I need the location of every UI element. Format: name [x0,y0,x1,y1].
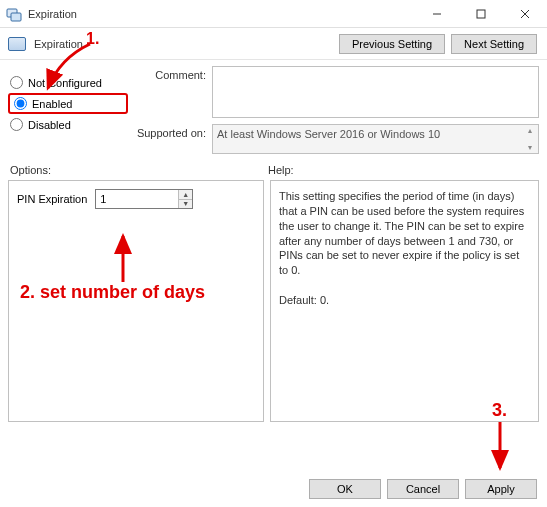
chevron-up-icon[interactable]: ▴ [523,126,537,135]
options-header: Options: [10,164,268,176]
help-panel: This setting specifies the period of tim… [270,180,539,422]
window-title: Expiration [28,8,77,20]
radio-not-configured-input[interactable] [10,76,23,89]
state-radio-group: Not Configured Enabled Disabled [8,66,128,154]
minimize-button[interactable] [415,0,459,28]
spinner-up-icon[interactable]: ▲ [179,190,192,200]
scroll-arrows: ▴ ▾ [523,126,537,152]
ok-button[interactable]: OK [309,479,381,499]
svg-rect-3 [477,10,485,18]
pin-expiration-label: PIN Expiration [17,193,87,205]
maximize-button[interactable] [459,0,503,28]
help-header: Help: [268,164,537,176]
apply-button[interactable]: Apply [465,479,537,499]
comment-label: Comment: [128,66,206,81]
pin-expiration-input[interactable] [96,190,178,208]
policy-header: Expiration Previous Setting Next Setting [0,28,547,60]
help-default: Default: 0. [279,293,530,308]
previous-setting-button[interactable]: Previous Setting [339,34,445,54]
options-panel: PIN Expiration ▲ ▼ [8,180,264,422]
annotation-arrow-3 [480,418,520,474]
radio-enabled[interactable]: Enabled [8,93,128,114]
comment-input[interactable] [212,66,539,118]
title-bar: Expiration [0,0,547,28]
supported-label: Supported on: [128,124,206,139]
spinner-down-icon[interactable]: ▼ [179,200,192,209]
radio-disabled-input[interactable] [10,118,23,131]
chevron-down-icon[interactable]: ▾ [523,143,537,152]
radio-disabled[interactable]: Disabled [8,115,128,134]
close-button[interactable] [503,0,547,28]
pin-expiration-spinner[interactable]: ▲ ▼ [95,189,193,209]
help-text: This setting specifies the period of tim… [279,189,530,278]
svg-rect-1 [11,13,21,21]
policy-title: Expiration [34,38,83,50]
radio-label: Not Configured [28,77,102,89]
radio-label: Enabled [32,98,72,110]
radio-not-configured[interactable]: Not Configured [8,73,128,92]
next-setting-button[interactable]: Next Setting [451,34,537,54]
policy-icon [8,37,26,51]
supported-on-text: At least Windows Server 2016 or Windows … [212,124,539,154]
cancel-button[interactable]: Cancel [387,479,459,499]
gpo-icon [6,6,22,22]
radio-enabled-input[interactable] [14,97,27,110]
radio-label: Disabled [28,119,71,131]
